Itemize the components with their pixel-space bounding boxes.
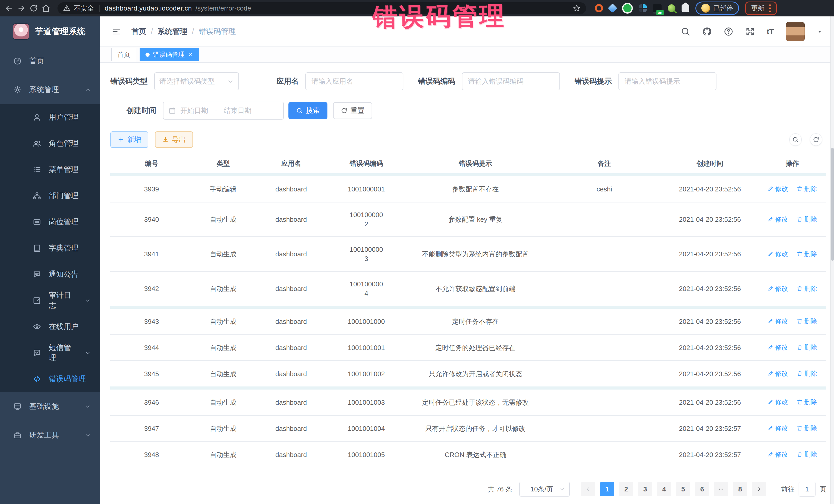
cell-time: 2021-04-20 23:52:56	[662, 307, 758, 335]
sidebar-item-字典管理[interactable]: 字典管理	[0, 235, 100, 261]
header-search-icon[interactable]	[681, 27, 690, 37]
toggle-search-button[interactable]	[789, 133, 802, 146]
breadcrumb-item[interactable]: 系统管理	[158, 26, 187, 37]
extension-squares-icon[interactable]	[639, 4, 647, 12]
tab-错误码管理[interactable]: 错误码管理	[139, 48, 199, 61]
more-pages-button[interactable]	[714, 482, 728, 496]
page-scrollbar[interactable]	[830, 17, 834, 504]
edit-link[interactable]: 修改	[768, 215, 788, 224]
avatar-caret-down-icon[interactable]	[816, 28, 823, 35]
goto-page-input[interactable]	[798, 482, 815, 497]
close-icon[interactable]	[188, 52, 193, 57]
address-bar[interactable]: 不安全 dashboard.yudao.iocoder.cn/system/er…	[58, 2, 586, 14]
date-range-picker[interactable]: 开始日期 - 结束日期	[163, 102, 284, 119]
paused-extension-chip[interactable]: 已暂停	[696, 2, 739, 15]
browser-menu-dots-icon[interactable]	[769, 4, 771, 12]
page-button-4[interactable]: 4	[657, 482, 671, 496]
delete-link[interactable]: 删除	[796, 215, 817, 224]
tab-首页[interactable]: 首页	[111, 48, 136, 61]
delete-link[interactable]: 删除	[796, 369, 817, 378]
edit-link[interactable]: 修改	[768, 423, 788, 433]
delete-link[interactable]: 删除	[796, 316, 817, 326]
extension-gem-icon[interactable]	[608, 4, 617, 13]
sidebar-item-用户管理[interactable]: 用户管理	[0, 104, 100, 130]
edit-link[interactable]: 修改	[768, 369, 788, 378]
browser-home-icon[interactable]	[42, 4, 50, 13]
cell-type: 自动生成	[193, 237, 254, 271]
cell-tip: 参数配置 key 重复	[404, 202, 547, 237]
delete-link[interactable]: 删除	[796, 284, 817, 293]
delete-link[interactable]: 删除	[796, 450, 817, 459]
extension-dark-icon[interactable]: on	[653, 4, 662, 12]
scrollbar-thumb[interactable]	[831, 148, 834, 261]
edit-icon	[768, 285, 774, 291]
page-button-6[interactable]: 6	[695, 482, 709, 496]
page-button-2[interactable]: 2	[619, 482, 633, 496]
page-button-8[interactable]: 8	[733, 482, 747, 496]
cell-id: 3948	[110, 442, 193, 467]
breadcrumb: 首页/系统管理/错误码管理	[131, 26, 236, 37]
delete-link[interactable]: 删除	[796, 397, 817, 407]
sidebar-item-系统管理[interactable]: 系统管理	[0, 75, 100, 104]
github-icon[interactable]	[702, 27, 712, 37]
browser-back-icon[interactable]	[5, 4, 13, 13]
edit-link[interactable]: 修改	[768, 397, 788, 407]
sidebar-item-错误码管理[interactable]: 错误码管理	[0, 366, 100, 392]
error-tip-input[interactable]	[618, 72, 717, 90]
extensions-puzzle-icon[interactable]	[682, 4, 689, 12]
sidebar-item-研发工具[interactable]: 研发工具	[0, 421, 100, 450]
add-button[interactable]: 新增	[110, 131, 148, 148]
browser-extensions: on 已暂停 更新	[595, 2, 777, 15]
refresh-table-button[interactable]	[810, 133, 822, 146]
next-page-button[interactable]	[752, 482, 766, 496]
browser-forward-icon[interactable]	[17, 4, 26, 13]
edit-link[interactable]: 修改	[768, 450, 788, 459]
extension-key-icon[interactable]	[668, 4, 675, 12]
browser-reload-icon[interactable]	[29, 4, 38, 13]
cell-type: 自动生成	[193, 415, 254, 442]
page-size-select[interactable]: 10条/页	[520, 482, 570, 497]
page-button-5[interactable]: 5	[676, 482, 690, 496]
edit-link[interactable]: 修改	[768, 184, 788, 193]
sidebar-item-角色管理[interactable]: 角色管理	[0, 130, 100, 156]
browser-update-button[interactable]: 更新	[745, 2, 777, 15]
sidebar-item-审计日志[interactable]: 审计日志	[0, 287, 100, 313]
delete-link[interactable]: 删除	[796, 423, 817, 433]
page-button-1[interactable]: 1	[600, 482, 614, 496]
error-code-type-select[interactable]: 请选择错误码类型	[154, 72, 239, 90]
edit-link[interactable]: 修改	[768, 284, 788, 293]
delete-link[interactable]: 删除	[796, 184, 817, 193]
sidebar-item-通知公告[interactable]: 通知公告	[0, 261, 100, 287]
log-icon	[33, 297, 41, 305]
help-icon[interactable]	[724, 27, 733, 37]
sidebar-item-岗位管理[interactable]: 岗位管理	[0, 209, 100, 235]
sidebar-item-在线用户[interactable]: 在线用户	[0, 313, 100, 340]
sidebar-item-短信管理[interactable]: 短信管理	[0, 340, 100, 366]
search-button[interactable]: 搜索	[288, 102, 327, 119]
user-avatar[interactable]	[786, 22, 805, 41]
fullscreen-icon[interactable]	[745, 27, 755, 37]
export-button[interactable]: 导出	[155, 131, 193, 148]
app-name-input[interactable]	[305, 72, 403, 90]
edit-link[interactable]: 修改	[768, 316, 788, 326]
user-icon	[33, 113, 41, 122]
page-button-3[interactable]: 3	[638, 482, 652, 496]
sidebar-item-基础设施[interactable]: 基础设施	[0, 392, 100, 421]
prev-page-button[interactable]	[581, 482, 595, 496]
font-size-icon[interactable]: tT	[767, 27, 774, 36]
reset-button[interactable]: 重置	[333, 102, 372, 119]
bookmark-star-icon[interactable]	[573, 4, 580, 12]
delete-link[interactable]: 删除	[796, 249, 817, 258]
edit-link[interactable]: 修改	[768, 249, 788, 258]
sidebar-toggle-icon[interactable]	[111, 27, 121, 37]
sidebar-item-菜单管理[interactable]: 菜单管理	[0, 156, 100, 183]
edit-link[interactable]: 修改	[768, 343, 788, 352]
sidebar-item-部门管理[interactable]: 部门管理	[0, 183, 100, 209]
extension-orange-icon[interactable]	[595, 4, 603, 12]
error-code-input[interactable]	[462, 72, 560, 90]
cell-time: 2021-04-20 23:52:56	[662, 271, 758, 307]
extension-green-circle-icon[interactable]	[622, 3, 633, 14]
breadcrumb-item[interactable]: 首页	[131, 26, 146, 37]
sidebar-item-首页[interactable]: 首页	[0, 47, 100, 75]
delete-link[interactable]: 删除	[796, 343, 817, 352]
